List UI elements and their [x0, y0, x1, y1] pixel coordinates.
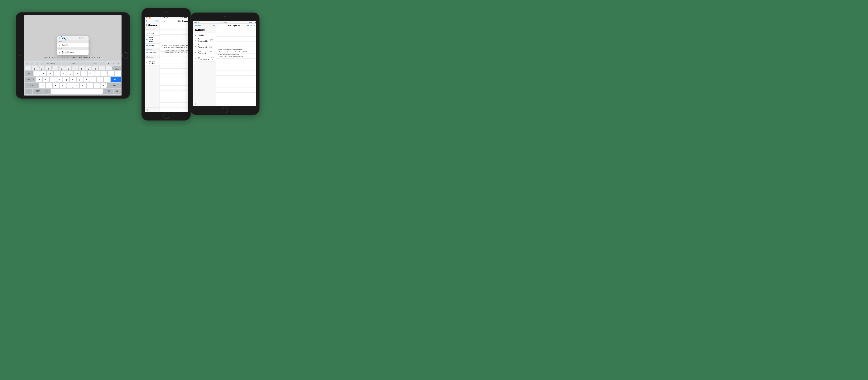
- gear-icon[interactable]: ⚙: [146, 20, 148, 22]
- key-m[interactable]: m: [80, 83, 86, 88]
- key-punct[interactable]: >.: [94, 83, 100, 88]
- expand-icon[interactable]: [217, 25, 218, 27]
- search-icon[interactable]: [146, 109, 148, 111]
- edit-button[interactable]: Edit: [156, 20, 158, 22]
- file-row[interactable]: Get Focused.txt3:10 PM: [193, 43, 216, 49]
- key-punct[interactable]: "': [104, 77, 110, 82]
- key-2[interactable]: @2: [38, 66, 44, 70]
- key-u[interactable]: u: [74, 71, 80, 76]
- favorite-projects[interactable]: Projects: [145, 51, 159, 55]
- shortcut-pill[interactable]: ⌕ notes: [62, 62, 84, 65]
- back-button[interactable]: Library: [194, 25, 200, 27]
- key-1[interactable]: !1: [32, 66, 38, 70]
- key-delete[interactable]: delete: [112, 66, 121, 70]
- key-numsym-left[interactable]: .?123: [33, 89, 42, 94]
- search-shortcut-icon[interactable]: ⌕: [25, 62, 30, 65]
- key-tab[interactable]: tab: [25, 71, 33, 76]
- edit-button[interactable]: Edit: [212, 25, 215, 27]
- key-g[interactable]: g: [63, 77, 69, 82]
- key-capslock[interactable]: caps lock: [25, 77, 35, 82]
- key-3[interactable]: #3: [45, 66, 51, 70]
- file-row[interactable]: Get Comfortable.txt3:09 PM: [193, 55, 216, 61]
- key-bracket[interactable]: }]: [108, 71, 114, 76]
- key-c[interactable]: c: [53, 83, 59, 88]
- key-l[interactable]: l: [90, 77, 96, 82]
- selection-handle-right[interactable]: [65, 37, 65, 39]
- key-dictate[interactable]: [43, 89, 51, 94]
- home-button[interactable]: [163, 113, 169, 119]
- key-shift-left[interactable]: shift: [25, 83, 38, 88]
- note-paper[interactable]: - Sync files between devices with iCloud…: [216, 28, 256, 106]
- key-f[interactable]: f: [56, 77, 62, 82]
- key-b[interactable]: b: [66, 83, 72, 88]
- chevron-up-icon[interactable]: ⌃: [30, 62, 34, 65]
- add-icon[interactable]: [247, 25, 249, 27]
- key-h[interactable]: h: [70, 77, 76, 82]
- undo-icon[interactable]: [106, 62, 111, 65]
- key-go[interactable]: Go: [111, 77, 121, 82]
- key-o[interactable]: o: [88, 71, 94, 76]
- key-space[interactable]: [51, 89, 102, 94]
- key-e[interactable]: e: [47, 71, 53, 76]
- file-row[interactable]: Get Organized.txt3:10 PM: [193, 37, 216, 43]
- text-style-icon[interactable]: [220, 25, 221, 27]
- key-punct[interactable]: <,: [87, 83, 93, 88]
- home-button[interactable]: [122, 52, 128, 59]
- note-paper[interactable]: - Sync files between devices with iCloud…: [160, 23, 188, 112]
- key-punct[interactable]: ?/: [100, 83, 106, 88]
- key-shift-right[interactable]: shift: [107, 83, 121, 88]
- shortcut-pill[interactable]: ⌕ export PDF: [40, 62, 61, 65]
- key-emoji[interactable]: [25, 89, 32, 94]
- key-4[interactable]: $4: [52, 66, 58, 70]
- file-result[interactable]: Newest File.txt iCloud: [57, 50, 89, 55]
- expand-icon[interactable]: [161, 20, 162, 22]
- key-k[interactable]: k: [84, 77, 90, 82]
- clear-icon[interactable]: [79, 37, 81, 39]
- key-dismiss-keyboard[interactable]: [114, 89, 121, 94]
- key--[interactable]: _-: [99, 66, 105, 70]
- action-new-file[interactable]: New File: [57, 43, 89, 48]
- key-q[interactable]: q: [33, 71, 39, 76]
- key-y[interactable]: y: [67, 71, 73, 76]
- key-z[interactable]: z: [39, 83, 45, 88]
- key-d[interactable]: d: [50, 77, 56, 82]
- key-numsym-right[interactable]: .?123: [103, 89, 113, 94]
- key-t[interactable]: t: [61, 71, 67, 76]
- key-5[interactable]: %5: [59, 66, 65, 70]
- location-icloud[interactable]: iCloud: [145, 31, 159, 36]
- key-v[interactable]: v: [60, 83, 66, 88]
- key-j[interactable]: j: [77, 77, 83, 82]
- key-w[interactable]: w: [40, 71, 46, 76]
- key-6[interactable]: ^6: [65, 66, 71, 70]
- search-query[interactable]: New: [62, 37, 65, 39]
- compose-icon[interactable]: [254, 25, 255, 27]
- key-i[interactable]: i: [81, 71, 87, 76]
- key-s[interactable]: s: [43, 77, 49, 82]
- search-icon[interactable]: [195, 103, 197, 106]
- key-n[interactable]: n: [73, 83, 79, 88]
- key-`[interactable]: ~`: [25, 66, 31, 70]
- key-a[interactable]: a: [36, 77, 42, 82]
- shortcut-pill[interactable]: ⌕ print: [84, 62, 106, 65]
- share-icon[interactable]: [250, 25, 252, 27]
- key-r[interactable]: r: [54, 71, 60, 76]
- cancel-button[interactable]: Cancel: [82, 37, 87, 39]
- key-bracket[interactable]: {[: [101, 71, 107, 76]
- key-=[interactable]: +=: [106, 66, 112, 70]
- key-x[interactable]: x: [46, 83, 52, 88]
- redo-icon[interactable]: [112, 62, 116, 65]
- key-0[interactable]: )0: [92, 66, 98, 70]
- folder-projects[interactable]: Projects: [193, 33, 216, 37]
- key-punct[interactable]: :;: [97, 77, 103, 82]
- chevron-down-icon[interactable]: ⌄: [35, 62, 39, 65]
- smart-recent[interactable]: Recently Modified: [145, 59, 159, 65]
- key-bracket[interactable]: |\: [115, 71, 121, 76]
- selection-handle-left[interactable]: [62, 37, 62, 39]
- key-p[interactable]: p: [94, 71, 100, 76]
- command-icon[interactable]: [116, 62, 121, 65]
- key-8[interactable]: *8: [79, 66, 85, 70]
- location-open[interactable]: Open…: [145, 43, 159, 48]
- text-style-icon[interactable]: [164, 20, 165, 22]
- file-row[interactable]: Get Started.txt3:09 PM: [193, 49, 216, 55]
- location-other-apps[interactable]: From Other Apps: [145, 35, 159, 43]
